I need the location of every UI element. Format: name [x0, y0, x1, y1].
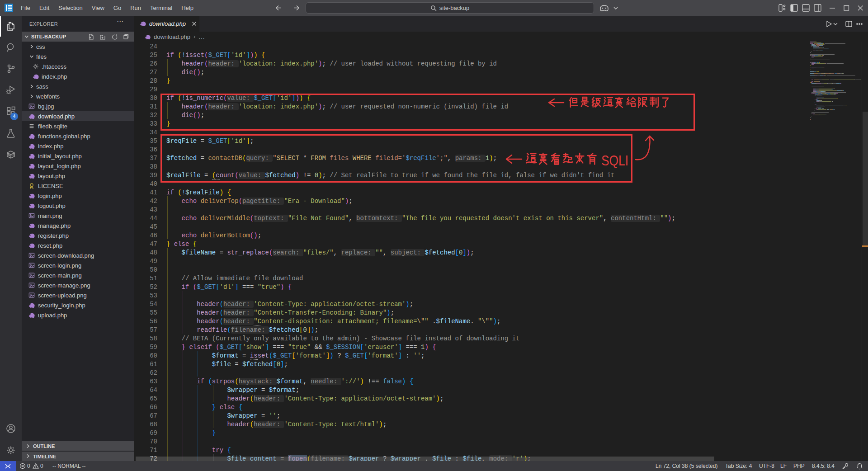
svg-text:SQLI: SQLI [601, 153, 628, 169]
